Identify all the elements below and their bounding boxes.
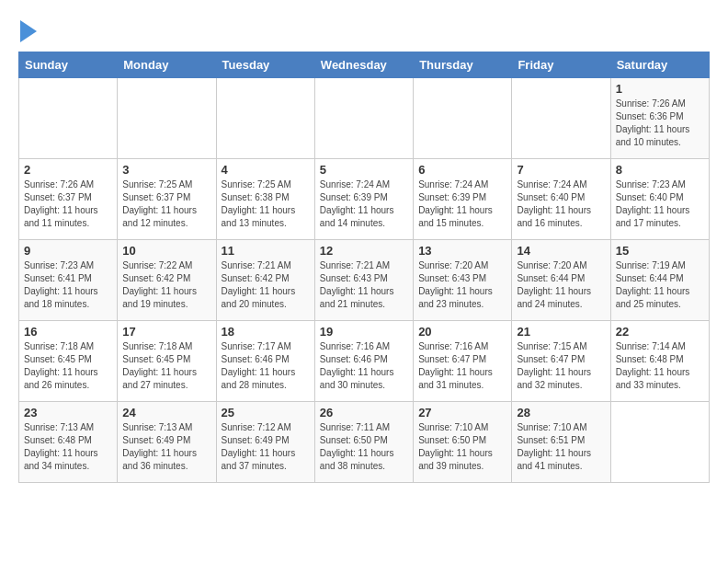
day-info: Sunrise: 7:24 AM Sunset: 6:40 PM Dayligh… [517, 178, 605, 230]
day-info: Sunrise: 7:14 AM Sunset: 6:48 PM Dayligh… [616, 340, 704, 392]
day-cell: 11Sunrise: 7:21 AM Sunset: 6:42 PM Dayli… [216, 240, 314, 321]
day-number: 17 [122, 325, 210, 339]
calendar-table: SundayMondayTuesdayWednesdayThursdayFrid… [18, 52, 710, 483]
day-cell: 2Sunrise: 7:26 AM Sunset: 6:37 PM Daylig… [19, 159, 118, 240]
day-info: Sunrise: 7:19 AM Sunset: 6:44 PM Dayligh… [616, 259, 704, 311]
day-number: 24 [122, 406, 210, 419]
day-info: Sunrise: 7:17 AM Sunset: 6:46 PM Dayligh… [222, 340, 310, 392]
weekday-header-friday: Friday [512, 52, 610, 78]
day-cell: 19Sunrise: 7:16 AM Sunset: 6:46 PM Dayli… [314, 321, 413, 402]
day-number: 8 [616, 163, 704, 177]
day-cell: 27Sunrise: 7:10 AM Sunset: 6:50 PM Dayli… [414, 402, 512, 483]
day-info: Sunrise: 7:11 AM Sunset: 6:50 PM Dayligh… [320, 421, 408, 473]
day-number: 23 [24, 406, 112, 419]
weekday-header-monday: Monday [118, 52, 216, 78]
day-number: 14 [517, 244, 605, 258]
day-number: 16 [24, 325, 112, 339]
day-cell: 28Sunrise: 7:10 AM Sunset: 6:51 PM Dayli… [512, 402, 610, 483]
day-info: Sunrise: 7:18 AM Sunset: 6:45 PM Dayligh… [122, 340, 210, 392]
day-cell: 8Sunrise: 7:23 AM Sunset: 6:40 PM Daylig… [610, 159, 709, 240]
day-cell [512, 78, 610, 159]
day-number: 4 [222, 163, 310, 177]
day-cell: 13Sunrise: 7:20 AM Sunset: 6:43 PM Dayli… [414, 240, 512, 321]
day-cell: 23Sunrise: 7:13 AM Sunset: 6:48 PM Dayli… [19, 402, 118, 483]
day-cell: 16Sunrise: 7:18 AM Sunset: 6:45 PM Dayli… [19, 321, 118, 402]
day-cell [610, 402, 709, 483]
day-info: Sunrise: 7:24 AM Sunset: 6:39 PM Dayligh… [418, 178, 506, 230]
day-number: 7 [517, 163, 605, 177]
day-number: 15 [616, 244, 704, 258]
day-cell: 26Sunrise: 7:11 AM Sunset: 6:50 PM Dayli… [314, 402, 413, 483]
day-info: Sunrise: 7:13 AM Sunset: 6:49 PM Dayligh… [122, 421, 210, 473]
week-row-4: 16Sunrise: 7:18 AM Sunset: 6:45 PM Dayli… [19, 321, 710, 402]
day-number: 20 [418, 325, 506, 339]
day-cell: 10Sunrise: 7:22 AM Sunset: 6:42 PM Dayli… [118, 240, 216, 321]
day-cell [314, 78, 413, 159]
day-cell: 1Sunrise: 7:26 AM Sunset: 6:36 PM Daylig… [610, 78, 709, 159]
day-info: Sunrise: 7:10 AM Sunset: 6:50 PM Dayligh… [418, 421, 506, 473]
day-cell: 21Sunrise: 7:15 AM Sunset: 6:47 PM Dayli… [512, 321, 610, 402]
day-info: Sunrise: 7:16 AM Sunset: 6:46 PM Dayligh… [320, 340, 408, 392]
day-cell: 20Sunrise: 7:16 AM Sunset: 6:47 PM Dayli… [414, 321, 512, 402]
day-cell: 5Sunrise: 7:24 AM Sunset: 6:39 PM Daylig… [314, 159, 413, 240]
day-cell: 22Sunrise: 7:14 AM Sunset: 6:48 PM Dayli… [610, 321, 709, 402]
day-info: Sunrise: 7:20 AM Sunset: 6:44 PM Dayligh… [517, 259, 605, 311]
day-cell: 9Sunrise: 7:23 AM Sunset: 6:41 PM Daylig… [19, 240, 118, 321]
day-number: 26 [320, 406, 408, 419]
day-number: 5 [320, 163, 408, 177]
day-cell: 14Sunrise: 7:20 AM Sunset: 6:44 PM Dayli… [512, 240, 610, 321]
day-number: 13 [418, 244, 506, 258]
day-info: Sunrise: 7:10 AM Sunset: 6:51 PM Dayligh… [517, 421, 605, 473]
day-info: Sunrise: 7:24 AM Sunset: 6:39 PM Dayligh… [320, 178, 408, 230]
day-number: 22 [616, 325, 704, 339]
day-cell: 18Sunrise: 7:17 AM Sunset: 6:46 PM Dayli… [216, 321, 314, 402]
weekday-header-saturday: Saturday [610, 52, 709, 78]
week-row-1: 1Sunrise: 7:26 AM Sunset: 6:36 PM Daylig… [19, 78, 710, 159]
day-cell [414, 78, 512, 159]
day-info: Sunrise: 7:26 AM Sunset: 6:36 PM Dayligh… [616, 98, 704, 149]
day-info: Sunrise: 7:13 AM Sunset: 6:48 PM Dayligh… [24, 421, 112, 473]
page-header [18, 18, 710, 42]
weekday-header-wednesday: Wednesday [314, 52, 413, 78]
day-cell: 7Sunrise: 7:24 AM Sunset: 6:40 PM Daylig… [512, 159, 610, 240]
day-number: 6 [418, 163, 506, 177]
day-number: 28 [517, 406, 605, 419]
day-cell: 4Sunrise: 7:25 AM Sunset: 6:38 PM Daylig… [216, 159, 314, 240]
day-cell: 17Sunrise: 7:18 AM Sunset: 6:45 PM Dayli… [118, 321, 216, 402]
day-info: Sunrise: 7:21 AM Sunset: 6:42 PM Dayligh… [222, 259, 310, 311]
week-row-2: 2Sunrise: 7:26 AM Sunset: 6:37 PM Daylig… [19, 159, 710, 240]
day-info: Sunrise: 7:23 AM Sunset: 6:40 PM Dayligh… [616, 178, 704, 230]
day-cell: 24Sunrise: 7:13 AM Sunset: 6:49 PM Dayli… [118, 402, 216, 483]
day-number: 12 [320, 244, 408, 258]
day-cell: 25Sunrise: 7:12 AM Sunset: 6:49 PM Dayli… [216, 402, 314, 483]
day-number: 9 [24, 244, 112, 258]
day-info: Sunrise: 7:26 AM Sunset: 6:37 PM Dayligh… [24, 178, 112, 230]
day-cell: 3Sunrise: 7:25 AM Sunset: 6:37 PM Daylig… [118, 159, 216, 240]
day-number: 1 [616, 82, 704, 96]
day-info: Sunrise: 7:21 AM Sunset: 6:43 PM Dayligh… [320, 259, 408, 311]
day-cell: 15Sunrise: 7:19 AM Sunset: 6:44 PM Dayli… [610, 240, 709, 321]
day-info: Sunrise: 7:20 AM Sunset: 6:43 PM Dayligh… [418, 259, 506, 311]
weekday-header-sunday: Sunday [19, 52, 118, 78]
day-number: 3 [122, 163, 210, 177]
day-info: Sunrise: 7:25 AM Sunset: 6:38 PM Dayligh… [222, 178, 310, 230]
weekday-header-tuesday: Tuesday [216, 52, 314, 78]
week-row-5: 23Sunrise: 7:13 AM Sunset: 6:48 PM Dayli… [19, 402, 710, 483]
day-cell: 12Sunrise: 7:21 AM Sunset: 6:43 PM Dayli… [314, 240, 413, 321]
day-info: Sunrise: 7:16 AM Sunset: 6:47 PM Dayligh… [418, 340, 506, 392]
day-info: Sunrise: 7:18 AM Sunset: 6:45 PM Dayligh… [24, 340, 112, 392]
day-info: Sunrise: 7:25 AM Sunset: 6:37 PM Dayligh… [122, 178, 210, 230]
day-info: Sunrise: 7:15 AM Sunset: 6:47 PM Dayligh… [517, 340, 605, 392]
weekday-header-thursday: Thursday [414, 52, 512, 78]
day-cell [118, 78, 216, 159]
day-number: 18 [222, 325, 310, 339]
day-info: Sunrise: 7:23 AM Sunset: 6:41 PM Dayligh… [24, 259, 112, 311]
day-info: Sunrise: 7:22 AM Sunset: 6:42 PM Dayligh… [122, 259, 210, 311]
day-number: 11 [222, 244, 310, 258]
week-row-3: 9Sunrise: 7:23 AM Sunset: 6:41 PM Daylig… [19, 240, 710, 321]
logo-arrow-icon [20, 20, 37, 42]
day-cell: 6Sunrise: 7:24 AM Sunset: 6:39 PM Daylig… [414, 159, 512, 240]
day-number: 27 [418, 406, 506, 419]
day-number: 25 [222, 406, 310, 419]
day-cell [19, 78, 118, 159]
